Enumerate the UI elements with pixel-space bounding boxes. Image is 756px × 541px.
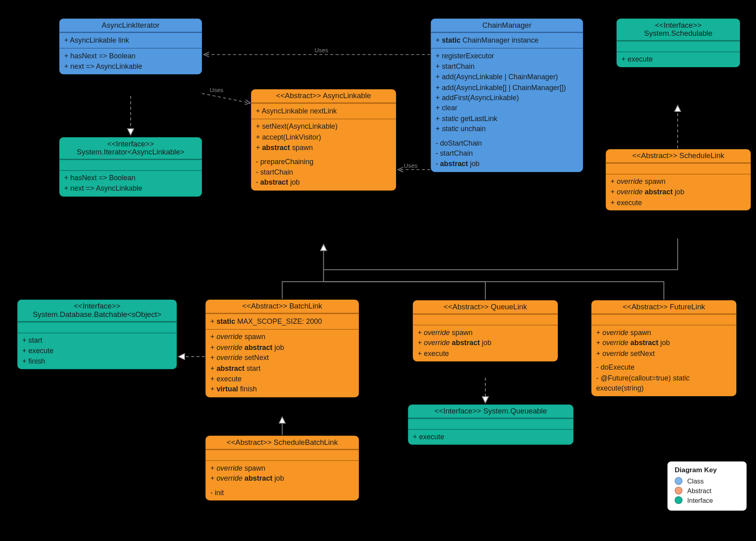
class-title: <<Interface>> System.Iterator<AsyncLinka… (60, 137, 202, 159)
swatch-interface (675, 496, 682, 504)
class-chainmanager[interactable]: ChainManager + static ChainManager insta… (430, 18, 583, 173)
interface-system-queueable[interactable]: <<Interface>> System.Queueable + execute (407, 404, 574, 445)
class-title: <<Abstract>> ScheduleLink (606, 149, 751, 163)
abstract-futurelink[interactable]: <<Abstract>> FutureLink + override spawn… (591, 300, 737, 397)
abstract-queuelink[interactable]: <<Abstract>> QueueLink + override spawn … (412, 300, 559, 362)
class-title: ChainManager (431, 19, 583, 32)
svg-text:Uses: Uses (210, 87, 223, 93)
operations: + override spawn + override abstract job… (205, 460, 359, 500)
attributes (592, 314, 737, 325)
attributes: + static ChainManager instance (431, 32, 583, 48)
abstract-schedulebatchlink[interactable]: <<Abstract>> ScheduleBatchLink + overrid… (205, 435, 360, 501)
attributes: + AsyncLinkable link (60, 32, 202, 48)
legend-item-class: Class (675, 477, 740, 485)
abstract-batchlink[interactable]: <<Abstract>> BatchLink + static MAX_SCOP… (205, 299, 360, 398)
swatch-abstract (675, 487, 682, 494)
legend-title: Diagram Key (675, 466, 740, 473)
interface-database-batchable[interactable]: <<Interface>> System.Database.Batchable<… (17, 299, 177, 370)
diagram-canvas: AsyncLinkIterator --> Uses AsyncLinkable… (0, 0, 756, 541)
operations: + override spawn + override abstract job… (606, 174, 751, 210)
legend-item-interface: Interface (675, 496, 740, 504)
svg-line-3 (202, 93, 251, 103)
attributes: + static MAX_SCOPE_SIZE: 2000 (205, 313, 359, 329)
class-title: <<Interface>> System.Schedulable (616, 19, 740, 41)
attributes (205, 450, 359, 461)
svg-text:Uses: Uses (314, 47, 328, 53)
diagram-legend: Diagram Key Class Abstract Interface (668, 461, 747, 510)
operations: + execute (616, 51, 740, 67)
class-asynclinkiterator[interactable]: AsyncLinkIterator + AsyncLinkable link +… (59, 18, 203, 75)
class-title: <<Abstract>> AsyncLinkable (251, 89, 396, 103)
attributes: + AsyncLinkable nextLink (251, 103, 396, 119)
attributes (413, 314, 558, 325)
attributes (17, 322, 177, 333)
class-title: <<Interface>> System.Queueable (408, 405, 573, 418)
operations: + registerExecutor + startChain + add(As… (431, 48, 583, 172)
attributes (408, 418, 573, 429)
attributes (616, 41, 740, 51)
op-row: + abstract spawn (256, 143, 391, 153)
svg-text:Uses: Uses (404, 163, 417, 169)
interface-system-schedulable[interactable]: <<Interface>> System.Schedulable + execu… (616, 18, 741, 68)
operations: + hasNext => Boolean + next => AsyncLink… (60, 170, 202, 196)
operations: + start + execute + finish (17, 333, 177, 369)
abstract-schedulelink[interactable]: <<Abstract>> ScheduleLink + override spa… (605, 149, 752, 211)
operations: + hasNext => Boolean + next => AsyncLink… (60, 48, 202, 74)
abstract-asynclinkable[interactable]: <<Abstract>> AsyncLinkable + AsyncLinkab… (251, 89, 397, 191)
attributes (606, 163, 751, 174)
operations: + execute (408, 429, 573, 445)
class-title: <<Abstract>> QueueLink (413, 300, 558, 314)
legend-item-abstract: Abstract (675, 487, 740, 494)
operations: + override spawn + override abstract job… (413, 325, 558, 362)
op-row: - abstract job (256, 178, 391, 188)
class-title: AsyncLinkIterator (60, 19, 202, 32)
class-title: <<Abstract>> ScheduleBatchLink (205, 436, 359, 449)
operations: + override spawn + override abstract job… (592, 325, 737, 397)
interface-system-iterator[interactable]: <<Interface>> System.Iterator<AsyncLinka… (59, 137, 203, 197)
class-title: <<Abstract>> BatchLink (205, 300, 359, 313)
attributes (60, 159, 202, 170)
swatch-class (675, 477, 682, 485)
class-title: <<Interface>> System.Database.Batchable<… (17, 300, 177, 322)
connectors-layer: AsyncLinkIterator --> Uses AsyncLinkable… (0, 0, 756, 541)
operations: + setNext(AsyncLinkable) + accept(LinkVi… (251, 119, 396, 191)
class-title: <<Abstract>> FutureLink (592, 300, 737, 314)
operations: + override spawn + override abstract job… (205, 329, 359, 397)
